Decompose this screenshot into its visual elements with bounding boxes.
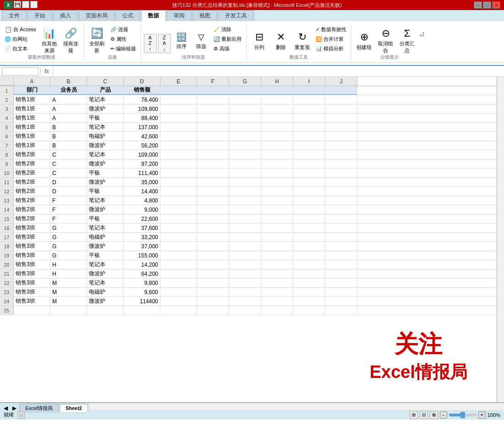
cell-H1[interactable]: [261, 86, 293, 95]
what-if-button[interactable]: 📊模拟分析: [314, 44, 348, 53]
cell-B12[interactable]: D: [50, 187, 87, 196]
cell-I21[interactable]: [293, 269, 325, 278]
cell-B8[interactable]: C: [50, 150, 87, 159]
tab-开发工具[interactable]: 开发工具: [218, 10, 254, 21]
cell-I23[interactable]: [293, 288, 325, 296]
cell-G25[interactable]: [229, 306, 261, 315]
cell-G14[interactable]: [229, 205, 261, 214]
reapply-button[interactable]: 🔄重新应用: [212, 34, 243, 44]
cell-E3[interactable]: [160, 104, 197, 113]
cell-C12[interactable]: 平板: [87, 187, 124, 196]
cell-A16[interactable]: 销售3班: [14, 224, 50, 232]
cell-I12[interactable]: [293, 187, 325, 196]
cell-E19[interactable]: [160, 251, 197, 260]
cell-J17[interactable]: [325, 233, 357, 241]
cell-E23[interactable]: [160, 288, 197, 296]
cell-D21[interactable]: 64,200: [124, 269, 160, 278]
cell-A4[interactable]: 销售1班: [14, 114, 50, 122]
cell-H19[interactable]: [261, 251, 293, 260]
cell-B4[interactable]: A: [50, 114, 87, 122]
tab-开始[interactable]: 开始: [27, 10, 52, 21]
split-column-button[interactable]: ⊟分列: [249, 28, 269, 53]
cell-G4[interactable]: [229, 114, 261, 122]
cell-J14[interactable]: [325, 205, 357, 214]
cell-A20[interactable]: 销售3班: [14, 260, 50, 269]
cell-C25[interactable]: [87, 306, 124, 315]
cell-G15[interactable]: [229, 214, 261, 223]
cell-E16[interactable]: [160, 224, 197, 232]
cell-A2[interactable]: 销售1班: [14, 95, 50, 104]
sheet-tab-nav-next[interactable]: ▶: [11, 405, 18, 411]
cell-F4[interactable]: [197, 114, 229, 122]
filter-button[interactable]: ▽筛选: [192, 28, 210, 53]
cell-D10[interactable]: 111,400: [124, 169, 160, 177]
cell-I3[interactable]: [293, 104, 325, 113]
cell-F9[interactable]: [197, 159, 229, 168]
cell-D17[interactable]: 33,200: [124, 233, 160, 241]
cell-C13[interactable]: 笔记本: [87, 196, 124, 205]
cell-C23[interactable]: 电磁炉: [87, 288, 124, 296]
consolidate-button[interactable]: 🔀合并计算: [314, 34, 348, 44]
tab-数据[interactable]: 数据: [141, 10, 166, 21]
cell-G5[interactable]: [229, 123, 261, 131]
cell-J21[interactable]: [325, 269, 357, 278]
cell-J4[interactable]: [325, 114, 357, 122]
cell-A12[interactable]: 销售2班: [14, 187, 50, 196]
cell-D19[interactable]: 155,000: [124, 251, 160, 260]
data-validation-small-button[interactable]: ↻重复项: [292, 28, 312, 53]
cell-F18[interactable]: [197, 242, 229, 251]
cell-F13[interactable]: [197, 196, 229, 205]
cell-C17[interactable]: 电磁炉: [87, 233, 124, 241]
cell-C20[interactable]: 笔记本: [87, 260, 124, 269]
cell-A21[interactable]: 销售3班: [14, 269, 50, 278]
quick-save-icon[interactable]: 💾: [14, 1, 21, 8]
clear-button[interactable]: 🧹清除: [212, 25, 243, 34]
cell-B20[interactable]: H: [50, 260, 87, 269]
col-header-I[interactable]: I: [293, 77, 325, 86]
cell-H11[interactable]: [261, 178, 293, 186]
cell-A3[interactable]: 销售1班: [14, 104, 50, 113]
cell-F7[interactable]: [197, 141, 229, 150]
cell-F6[interactable]: [197, 132, 229, 141]
cell-D13[interactable]: 4,800: [124, 196, 160, 205]
group-button[interactable]: ⊕创建组: [354, 28, 374, 53]
cell-B3[interactable]: A: [50, 104, 87, 113]
cell-D5[interactable]: 137,000: [124, 123, 160, 131]
col-header-C[interactable]: C: [87, 77, 124, 86]
cell-I11[interactable]: [293, 178, 325, 186]
col-header-H[interactable]: H: [261, 77, 293, 86]
cell-I4[interactable]: [293, 114, 325, 122]
cell-H20[interactable]: [261, 260, 293, 269]
cell-H7[interactable]: [261, 141, 293, 150]
cell-H13[interactable]: [261, 196, 293, 205]
cell-A8[interactable]: 销售2班: [14, 150, 50, 159]
close-button[interactable]: ✕: [492, 1, 500, 9]
cell-B22[interactable]: M: [50, 279, 87, 287]
text-button[interactable]: 📄自文本: [3, 44, 38, 53]
cell-I6[interactable]: [293, 132, 325, 141]
cell-D15[interactable]: 22,600: [124, 214, 160, 223]
cell-E9[interactable]: [160, 159, 197, 168]
minimize-button[interactable]: ─: [474, 1, 482, 9]
cell-A25[interactable]: [14, 306, 50, 315]
cell-B1[interactable]: 业务员: [50, 86, 87, 95]
sheet-tab-sheet2[interactable]: Sheet2: [60, 404, 88, 412]
cell-D2[interactable]: 76,400: [124, 95, 160, 104]
cell-C3[interactable]: 微波炉: [87, 104, 124, 113]
cell-H6[interactable]: [261, 132, 293, 141]
cell-H15[interactable]: [261, 214, 293, 223]
cell-F15[interactable]: [197, 214, 229, 223]
cell-D7[interactable]: 56,200: [124, 141, 160, 150]
cell-J16[interactable]: [325, 224, 357, 232]
cell-J6[interactable]: [325, 132, 357, 141]
cell-F17[interactable]: [197, 233, 229, 241]
advanced-button[interactable]: ⚙高级: [212, 44, 243, 53]
cell-A14[interactable]: 销售2班: [14, 205, 50, 214]
cell-D14[interactable]: 9,000: [124, 205, 160, 214]
cell-I16[interactable]: [293, 224, 325, 232]
cell-J15[interactable]: [325, 214, 357, 223]
cell-D12[interactable]: 14,400: [124, 187, 160, 196]
cell-F16[interactable]: [197, 224, 229, 232]
cell-H2[interactable]: [261, 95, 293, 104]
cell-D4[interactable]: 88,400: [124, 114, 160, 122]
